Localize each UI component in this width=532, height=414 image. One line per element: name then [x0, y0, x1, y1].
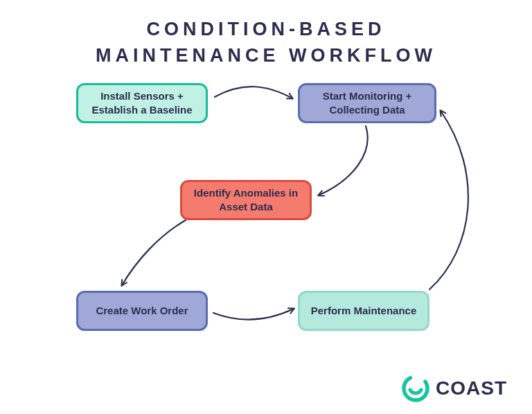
- brand-logo: COAST: [401, 374, 507, 403]
- diagram-title: CONDITION-BASED MAINTENANCE WORKFLOW: [0, 0, 532, 69]
- node-label: Identify Anomalies in Asset Data: [192, 186, 300, 215]
- coast-logo-icon: [401, 374, 430, 403]
- node-install-sensors: Install Sensors + Establish a Baseline: [76, 83, 208, 123]
- brand-name: COAST: [436, 377, 507, 399]
- node-create-work-order: Create Work Order: [76, 291, 208, 331]
- node-perform-maintenance: Perform Maintenance: [298, 291, 429, 331]
- node-identify-anomalies: Identify Anomalies in Asset Data: [180, 180, 312, 220]
- node-label: Perform Maintenance: [311, 304, 417, 318]
- workflow-diagram: Install Sensors + Establish a Baseline S…: [0, 69, 532, 388]
- svg-point-0: [401, 374, 430, 403]
- node-label: Install Sensors + Establish a Baseline: [88, 89, 196, 118]
- node-label: Create Work Order: [96, 304, 188, 318]
- node-start-monitoring: Start Monitoring + Collecting Data: [298, 83, 436, 123]
- title-line-1: CONDITION-BASED: [147, 19, 386, 39]
- title-line-2: MAINTENANCE WORKFLOW: [96, 45, 436, 66]
- node-label: Start Monitoring + Collecting Data: [310, 89, 425, 118]
